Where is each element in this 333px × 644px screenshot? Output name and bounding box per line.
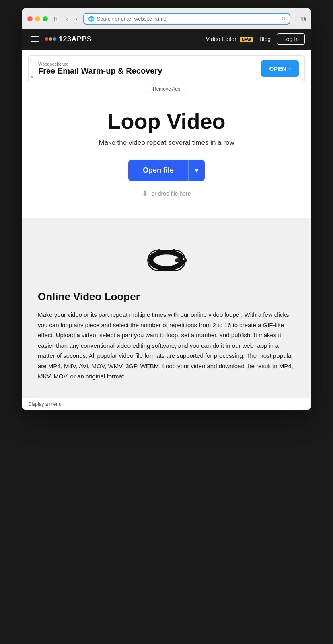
status-bar: Display a menu [22,398,311,410]
video-editor-link[interactable]: Video Editor NEW [206,36,253,42]
logo-link[interactable]: 123APPS [45,35,92,43]
blog-link[interactable]: Blog [259,36,271,42]
browser-actions: + ⧉ [294,15,306,23]
new-tab-button[interactable]: + [294,15,298,23]
main-content: ℹ ✕ Woodpecker.co Free Email Warm-up & R… [22,55,311,398]
tabs-button[interactable]: ⧉ [301,15,306,23]
ad-open-arrow: › [289,65,291,72]
status-text: Display a menu [28,401,62,407]
drop-zone: ⬇ or drop file here [34,189,299,198]
hamburger-line-1 [31,36,39,37]
address-bar: 🌐 ↻ [83,13,290,25]
feature-description: Make your video or its part repeat multi… [38,310,295,382]
ad-banner: ℹ ✕ Woodpecker.co Free Email Warm-up & R… [28,55,305,82]
traffic-light-yellow[interactable] [35,16,40,21]
logo-dots [45,37,56,41]
logo-text: 123APPS [59,35,92,43]
address-input[interactable] [97,16,279,22]
back-button[interactable]: ‹ [64,14,70,23]
hamburger-line-2 [31,39,39,39]
logo-dot-blue [53,37,56,41]
feature-title: Online Video Looper [38,291,295,303]
svg-point-6 [173,249,175,252]
loop-icon [140,242,193,279]
nav-links: Video Editor NEW Blog Log In [206,33,305,45]
traffic-light-red[interactable] [27,16,33,21]
open-file-dropdown-button[interactable]: ▾ [188,160,205,181]
video-editor-label: Video Editor [206,36,236,42]
ad-source: Woodpecker.co [38,62,162,66]
remove-ads-container: Remove Ads [22,85,311,93]
drop-label: or drop file here [151,190,191,197]
ad-title: Free Email Warm-up & Recovery [38,66,162,76]
ad-info-icon[interactable]: ℹ [30,59,32,63]
hero-subtitle: Make the video repeat several times in a… [34,139,299,147]
logo-dot-red [45,37,48,41]
ad-open-label: OPEN [269,65,286,72]
globe-icon: 🌐 [88,16,95,22]
login-button[interactable]: Log In [277,33,305,45]
ad-text-block: Woodpecker.co Free Email Warm-up & Recov… [34,62,162,76]
hero-title: Loop Video [34,109,299,133]
feature-section: Online Video Looper Make your video or i… [22,218,311,398]
sidebar-toggle-button[interactable]: ⊞ [52,14,60,23]
ad-open-button[interactable]: OPEN › [261,60,299,77]
hamburger-line-3 [31,41,39,42]
browser-chrome: ⊞ ‹ › 🌐 ↻ + ⧉ [22,8,311,29]
site-nav: 123APPS Video Editor NEW Blog Log In [22,29,311,50]
traffic-lights [27,16,48,21]
open-file-button[interactable]: Open file [128,160,188,181]
svg-point-3 [183,258,185,260]
browser-window: ⊞ ‹ › 🌐 ↻ + ⧉ 123APPS [22,8,311,410]
hero-section: Loop Video Make the video repeat several… [22,93,311,218]
logo-dot-yellow [49,37,52,41]
feature-icon-container [38,242,295,279]
refresh-icon[interactable]: ↻ [281,16,286,22]
hamburger-menu-button[interactable] [28,34,41,44]
svg-point-4 [175,258,181,262]
remove-ads-button[interactable]: Remove Ads [148,85,185,93]
ad-close-icon[interactable]: ✕ [30,75,33,79]
svg-point-5 [158,249,160,252]
new-badge: NEW [240,37,253,42]
download-icon: ⬇ [142,189,148,198]
traffic-light-green[interactable] [43,16,48,21]
chevron-down-icon: ▾ [195,167,198,174]
forward-button[interactable]: › [74,14,79,23]
open-file-container: Open file ▾ [128,160,205,181]
